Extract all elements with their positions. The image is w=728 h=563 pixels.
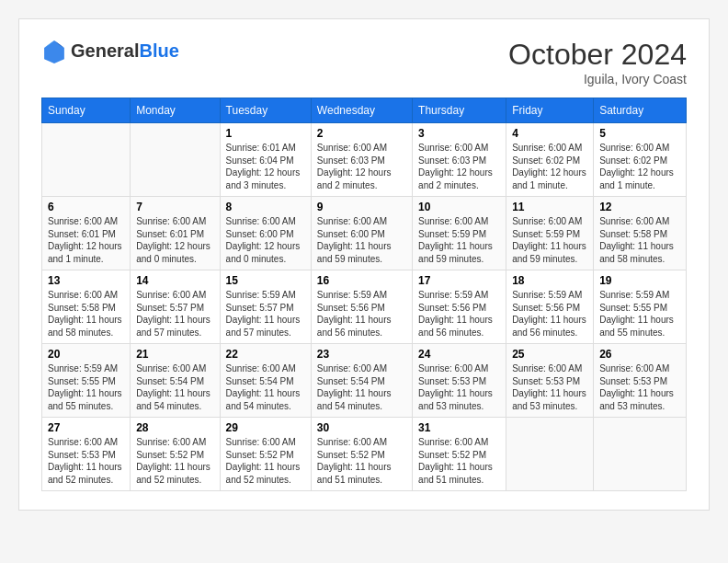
calendar-cell: 20Sunrise: 5:59 AM Sunset: 5:55 PM Dayli…	[42, 344, 131, 418]
day-number: 3	[418, 127, 500, 140]
day-detail: Sunrise: 6:00 AM Sunset: 5:54 PM Dayligh…	[317, 362, 406, 412]
day-number: 26	[599, 348, 680, 361]
day-number: 17	[418, 274, 500, 287]
day-number: 24	[418, 348, 500, 361]
logo-text1: General	[71, 40, 139, 61]
logo-text: GeneralBlue	[71, 40, 179, 61]
calendar-cell: 4Sunrise: 6:00 AM Sunset: 6:02 PM Daylig…	[506, 123, 594, 197]
month-title: October 2024	[508, 38, 687, 72]
header-day-monday: Monday	[131, 98, 220, 123]
week-row-2: 6Sunrise: 6:00 AM Sunset: 6:01 PM Daylig…	[42, 197, 687, 270]
location-subtitle: Iguila, Ivory Coast	[508, 72, 687, 86]
day-number: 27	[48, 421, 124, 434]
day-number: 18	[512, 274, 587, 287]
logo-text2: Blue	[139, 40, 178, 61]
calendar-cell: 16Sunrise: 5:59 AM Sunset: 5:56 PM Dayli…	[311, 270, 412, 344]
day-detail: Sunrise: 6:00 AM Sunset: 5:58 PM Dayligh…	[599, 215, 680, 265]
title-block: October 2024 Iguila, Ivory Coast	[508, 38, 687, 86]
header: GeneralBlue October 2024 Iguila, Ivory C…	[41, 38, 687, 86]
day-number: 15	[226, 274, 305, 287]
day-detail: Sunrise: 5:59 AM Sunset: 5:55 PM Dayligh…	[48, 362, 124, 412]
day-detail: Sunrise: 6:00 AM Sunset: 6:01 PM Dayligh…	[136, 215, 213, 265]
calendar-cell: 29Sunrise: 6:00 AM Sunset: 5:52 PM Dayli…	[220, 418, 311, 491]
day-number: 6	[48, 201, 124, 213]
logo-icon	[41, 38, 67, 63]
day-number: 9	[317, 201, 406, 213]
day-detail: Sunrise: 5:59 AM Sunset: 5:56 PM Dayligh…	[317, 289, 406, 339]
calendar-cell: 26Sunrise: 6:00 AM Sunset: 5:53 PM Dayli…	[594, 344, 687, 418]
calendar-cell: 27Sunrise: 6:00 AM Sunset: 5:53 PM Dayli…	[42, 418, 131, 491]
calendar-cell: 28Sunrise: 6:00 AM Sunset: 5:52 PM Dayli…	[131, 418, 220, 491]
calendar-cell: 9Sunrise: 6:00 AM Sunset: 6:00 PM Daylig…	[311, 197, 412, 270]
day-detail: Sunrise: 5:59 AM Sunset: 5:55 PM Dayligh…	[599, 289, 680, 339]
day-detail: Sunrise: 6:00 AM Sunset: 6:02 PM Dayligh…	[599, 142, 680, 191]
calendar-cell	[131, 123, 220, 197]
week-row-3: 13Sunrise: 6:00 AM Sunset: 5:58 PM Dayli…	[42, 270, 687, 344]
calendar-table: SundayMondayTuesdayWednesdayThursdayFrid…	[41, 98, 687, 491]
day-detail: Sunrise: 5:59 AM Sunset: 5:56 PM Dayligh…	[512, 289, 587, 339]
day-detail: Sunrise: 6:00 AM Sunset: 5:58 PM Dayligh…	[48, 289, 124, 339]
day-number: 8	[226, 201, 305, 213]
calendar-cell: 17Sunrise: 5:59 AM Sunset: 5:56 PM Dayli…	[413, 270, 506, 344]
day-number: 29	[226, 421, 305, 434]
day-detail: Sunrise: 6:00 AM Sunset: 6:02 PM Dayligh…	[512, 142, 587, 191]
day-detail: Sunrise: 6:00 AM Sunset: 5:59 PM Dayligh…	[512, 215, 587, 265]
day-detail: Sunrise: 6:01 AM Sunset: 6:04 PM Dayligh…	[226, 142, 305, 191]
day-number: 30	[317, 421, 406, 434]
day-number: 4	[512, 127, 587, 140]
day-number: 21	[136, 348, 213, 361]
header-day-sunday: Sunday	[42, 98, 131, 123]
week-row-1: 1Sunrise: 6:01 AM Sunset: 6:04 PM Daylig…	[42, 123, 687, 197]
day-detail: Sunrise: 6:00 AM Sunset: 5:54 PM Dayligh…	[136, 362, 213, 412]
day-number: 10	[418, 201, 500, 213]
day-detail: Sunrise: 6:00 AM Sunset: 6:01 PM Dayligh…	[48, 215, 124, 265]
calendar-cell: 13Sunrise: 6:00 AM Sunset: 5:58 PM Dayli…	[42, 270, 131, 344]
day-detail: Sunrise: 6:00 AM Sunset: 5:52 PM Dayligh…	[136, 436, 213, 486]
header-day-thursday: Thursday	[413, 98, 506, 123]
day-number: 2	[317, 127, 406, 140]
header-day-tuesday: Tuesday	[220, 98, 311, 123]
day-detail: Sunrise: 6:00 AM Sunset: 5:53 PM Dayligh…	[418, 362, 500, 412]
logo: GeneralBlue	[41, 38, 179, 63]
header-day-wednesday: Wednesday	[311, 98, 412, 123]
day-number: 14	[136, 274, 213, 287]
day-number: 5	[599, 127, 680, 140]
day-number: 7	[136, 201, 213, 213]
day-detail: Sunrise: 6:00 AM Sunset: 5:54 PM Dayligh…	[226, 362, 305, 412]
day-number: 31	[418, 421, 500, 434]
calendar-cell: 5Sunrise: 6:00 AM Sunset: 6:02 PM Daylig…	[594, 123, 687, 197]
calendar-header: SundayMondayTuesdayWednesdayThursdayFrid…	[42, 98, 687, 123]
calendar-cell: 10Sunrise: 6:00 AM Sunset: 5:59 PM Dayli…	[413, 197, 506, 270]
calendar-cell: 11Sunrise: 6:00 AM Sunset: 5:59 PM Dayli…	[506, 197, 594, 270]
calendar-cell: 24Sunrise: 6:00 AM Sunset: 5:53 PM Dayli…	[413, 344, 506, 418]
calendar-page: GeneralBlue October 2024 Iguila, Ivory C…	[18, 18, 710, 511]
week-row-5: 27Sunrise: 6:00 AM Sunset: 5:53 PM Dayli…	[42, 418, 687, 491]
day-detail: Sunrise: 6:00 AM Sunset: 6:00 PM Dayligh…	[317, 215, 406, 265]
calendar-cell: 23Sunrise: 6:00 AM Sunset: 5:54 PM Dayli…	[311, 344, 412, 418]
day-detail: Sunrise: 6:00 AM Sunset: 6:00 PM Dayligh…	[226, 215, 305, 265]
day-number: 19	[599, 274, 680, 287]
calendar-cell: 22Sunrise: 6:00 AM Sunset: 5:54 PM Dayli…	[220, 344, 311, 418]
day-number: 28	[136, 421, 213, 434]
header-day-friday: Friday	[506, 98, 594, 123]
day-detail: Sunrise: 6:00 AM Sunset: 5:52 PM Dayligh…	[418, 436, 500, 486]
day-number: 25	[512, 348, 587, 361]
day-detail: Sunrise: 6:00 AM Sunset: 5:52 PM Dayligh…	[317, 436, 406, 486]
day-number: 13	[48, 274, 124, 287]
day-number: 12	[599, 201, 680, 213]
day-number: 1	[226, 127, 305, 140]
day-detail: Sunrise: 6:00 AM Sunset: 5:53 PM Dayligh…	[48, 436, 124, 486]
calendar-cell: 31Sunrise: 6:00 AM Sunset: 5:52 PM Dayli…	[413, 418, 506, 491]
day-detail: Sunrise: 6:00 AM Sunset: 6:03 PM Dayligh…	[317, 142, 406, 191]
header-row: SundayMondayTuesdayWednesdayThursdayFrid…	[42, 98, 687, 123]
day-number: 20	[48, 348, 124, 361]
calendar-body: 1Sunrise: 6:01 AM Sunset: 6:04 PM Daylig…	[42, 123, 687, 491]
calendar-cell: 12Sunrise: 6:00 AM Sunset: 5:58 PM Dayli…	[594, 197, 687, 270]
calendar-cell: 7Sunrise: 6:00 AM Sunset: 6:01 PM Daylig…	[131, 197, 220, 270]
calendar-cell	[594, 418, 687, 491]
calendar-cell: 6Sunrise: 6:00 AM Sunset: 6:01 PM Daylig…	[42, 197, 131, 270]
calendar-cell: 21Sunrise: 6:00 AM Sunset: 5:54 PM Dayli…	[131, 344, 220, 418]
day-number: 23	[317, 348, 406, 361]
calendar-cell: 19Sunrise: 5:59 AM Sunset: 5:55 PM Dayli…	[594, 270, 687, 344]
calendar-cell: 2Sunrise: 6:00 AM Sunset: 6:03 PM Daylig…	[311, 123, 412, 197]
